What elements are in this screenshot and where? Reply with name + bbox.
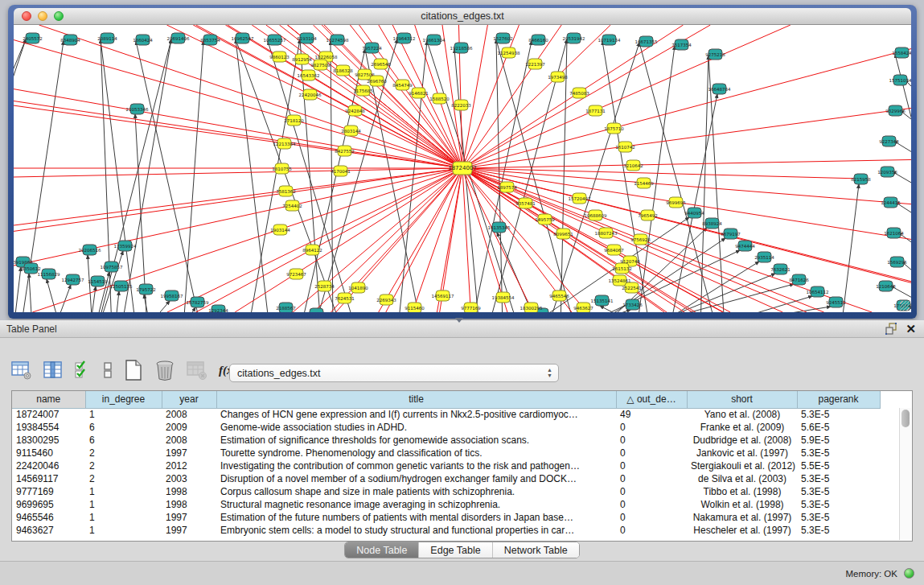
table-cell[interactable]: 0 bbox=[616, 511, 687, 524]
column-header-in_degree[interactable]: in_degree bbox=[85, 391, 162, 408]
table-cell[interactable]: Structural magnetic resonance image aver… bbox=[216, 498, 616, 511]
column-header-name[interactable]: name bbox=[12, 391, 85, 408]
table-cell[interactable]: 0 bbox=[616, 421, 687, 434]
table-cell[interactable]: 2008 bbox=[162, 434, 216, 447]
table-cell[interactable]: 5.3E-5 bbox=[797, 498, 880, 511]
table-cell[interactable]: Hescheler et al. (1997) bbox=[687, 524, 797, 537]
table-cell[interactable]: 2012 bbox=[162, 459, 216, 472]
table-cell[interactable]: 0 bbox=[616, 524, 687, 537]
table-cell[interactable]: Investigating the contribution of common… bbox=[216, 459, 616, 472]
table-cell[interactable]: 0 bbox=[616, 459, 687, 472]
table-cell[interactable]: Genome-wide association studies in ADHD. bbox=[216, 421, 616, 434]
table-cell[interactable]: 2009 bbox=[162, 421, 216, 434]
table-cell[interactable]: 1 bbox=[85, 485, 162, 498]
table-cell[interactable]: 9115460 bbox=[12, 447, 85, 459]
delete-column-button[interactable] bbox=[154, 359, 175, 381]
show-column-button[interactable] bbox=[43, 359, 63, 381]
table-cell[interactable]: 5.9E-5 bbox=[797, 434, 880, 447]
column-header-pagerank[interactable]: pagerank bbox=[797, 391, 880, 408]
table-cell[interactable]: 19384554 bbox=[12, 421, 85, 434]
table-cell[interactable]: Estimation of significance thresholds fo… bbox=[216, 434, 616, 447]
table-cell[interactable]: 0 bbox=[616, 485, 687, 498]
column-header-title[interactable]: title bbox=[216, 391, 616, 408]
table-cell[interactable]: 22420046 bbox=[12, 459, 85, 472]
table-cell[interactable]: 5.3E-5 bbox=[797, 485, 880, 498]
table-cell[interactable]: 5.3E-5 bbox=[797, 447, 880, 459]
table-cell[interactable]: 1 bbox=[85, 524, 162, 537]
table-cell[interactable]: 9465546 bbox=[12, 511, 85, 524]
node-table[interactable]: namein_degreeyeartitle△ out_de…shortpage… bbox=[11, 390, 913, 542]
select-all-columns-button[interactable] bbox=[74, 359, 92, 381]
table-cell[interactable]: Changes of HCN gene expression and I(f) … bbox=[216, 408, 616, 421]
table-row[interactable]: 1938455462009Genome-wide association stu… bbox=[12, 421, 880, 434]
table-cell[interactable]: Stergiakouli et al. (2012) bbox=[687, 459, 797, 472]
vertical-scrollbar[interactable] bbox=[899, 408, 911, 540]
new-column-button[interactable] bbox=[124, 359, 143, 381]
table-cell[interactable]: Nakamura et al. (1997) bbox=[687, 511, 797, 524]
close-panel-icon[interactable]: ✕ bbox=[906, 323, 916, 335]
table-cell[interactable]: 0 bbox=[616, 472, 687, 485]
table-cell[interactable]: 1997 bbox=[162, 511, 216, 524]
table-cell[interactable]: 5.5E-5 bbox=[797, 459, 880, 472]
table-row[interactable]: 1830029562008Estimation of significance … bbox=[12, 434, 880, 447]
table-cell[interactable]: 2003 bbox=[162, 472, 216, 485]
table-cell[interactable]: 6 bbox=[85, 434, 162, 447]
tab-node-table[interactable]: Node Table bbox=[345, 542, 419, 558]
column-header-short[interactable]: short bbox=[687, 391, 797, 408]
table-cell[interactable]: 1 bbox=[85, 408, 162, 421]
panel-splitter-handle[interactable] bbox=[455, 318, 463, 323]
table-row[interactable]: 1456911722003Disruption of a novel membe… bbox=[12, 472, 880, 485]
table-cell[interactable]: 0 bbox=[616, 498, 687, 511]
table-cell[interactable]: 1998 bbox=[162, 485, 216, 498]
table-row[interactable]: 946362711997Embryonic stem cells: a mode… bbox=[12, 524, 880, 537]
table-cell[interactable]: 2 bbox=[85, 447, 162, 459]
table-cell[interactable]: 5.3E-5 bbox=[797, 408, 880, 421]
table-cell[interactable]: Estimation of the future numbers of pati… bbox=[216, 511, 616, 524]
table-cell[interactable]: 1997 bbox=[162, 524, 216, 537]
table-cell[interactable]: 18724007 bbox=[12, 408, 85, 421]
table-cell[interactable]: Wolkin et al. (1998) bbox=[687, 498, 797, 511]
network-canvas[interactable]: 2405572834890420891141860424206914068853… bbox=[14, 25, 911, 312]
table-row[interactable]: 2242004622012Investigating the contribut… bbox=[12, 459, 880, 472]
table-selector-dropdown[interactable]: citations_edges.txt ▲▼ bbox=[229, 364, 559, 382]
table-cell[interactable]: 1998 bbox=[162, 498, 216, 511]
table-cell[interactable]: Tourette syndrome. Phenomenology and cla… bbox=[216, 447, 616, 459]
table-cell[interactable]: 2008 bbox=[162, 408, 216, 421]
table-row[interactable]: 1872400712008Changes of HCN gene express… bbox=[12, 408, 880, 421]
table-row[interactable]: 969969511998Structural magnetic resonanc… bbox=[12, 498, 880, 511]
column-header-year[interactable]: year bbox=[162, 391, 216, 408]
table-cell[interactable]: 18300295 bbox=[12, 434, 85, 447]
table-cell[interactable]: 6 bbox=[85, 421, 162, 434]
table-cell[interactable]: 1997 bbox=[162, 447, 216, 459]
tab-network-table[interactable]: Network Table bbox=[493, 542, 579, 558]
table-cell[interactable]: 2 bbox=[85, 472, 162, 485]
table-cell[interactable]: Tibbo et al. (1998) bbox=[687, 485, 797, 498]
table-cell[interactable]: 9777169 bbox=[12, 485, 85, 498]
table-cell[interactable]: Franke et al. (2009) bbox=[687, 421, 797, 434]
memory-ok-indicator[interactable] bbox=[904, 568, 914, 579]
tab-edge-table[interactable]: Edge Table bbox=[419, 542, 492, 558]
table-cell[interactable]: 5.3E-5 bbox=[797, 524, 880, 537]
table-cell[interactable]: Dudbridge et al. (2008) bbox=[687, 434, 797, 447]
table-cell[interactable]: 1 bbox=[85, 511, 162, 524]
table-row[interactable]: 946554611997Estimation of the future num… bbox=[12, 511, 880, 524]
table-row[interactable]: 977716911998Corpus callosum shape and si… bbox=[12, 485, 880, 498]
table-cell[interactable]: Embryonic stem cells: a model to study s… bbox=[216, 524, 616, 537]
table-cell[interactable]: 0 bbox=[616, 447, 687, 459]
window-titlebar[interactable]: citations_edges.txt bbox=[14, 8, 911, 25]
table-cell[interactable]: 9463627 bbox=[12, 524, 85, 537]
table-cell[interactable]: Disruption of a novel member of a sodium… bbox=[216, 472, 616, 485]
table-cell[interactable]: 1 bbox=[85, 498, 162, 511]
table-cell[interactable]: Corpus callosum shape and size in male p… bbox=[216, 485, 616, 498]
row-pair-button[interactable] bbox=[103, 359, 113, 381]
table-cell[interactable]: 5.3E-5 bbox=[797, 511, 880, 524]
table-cell[interactable]: 5.3E-5 bbox=[797, 472, 880, 485]
table-cell[interactable]: 0 bbox=[616, 434, 687, 447]
table-cell[interactable]: 14569117 bbox=[12, 472, 85, 485]
table-cell[interactable]: 2 bbox=[85, 459, 162, 472]
float-panel-icon[interactable] bbox=[885, 323, 897, 335]
table-cell[interactable]: 49 bbox=[616, 408, 687, 421]
table-cell[interactable]: 9699695 bbox=[12, 498, 85, 511]
table-cell[interactable]: de Silva et al. (2003) bbox=[687, 472, 797, 485]
scrollbar-thumb[interactable] bbox=[901, 410, 910, 427]
